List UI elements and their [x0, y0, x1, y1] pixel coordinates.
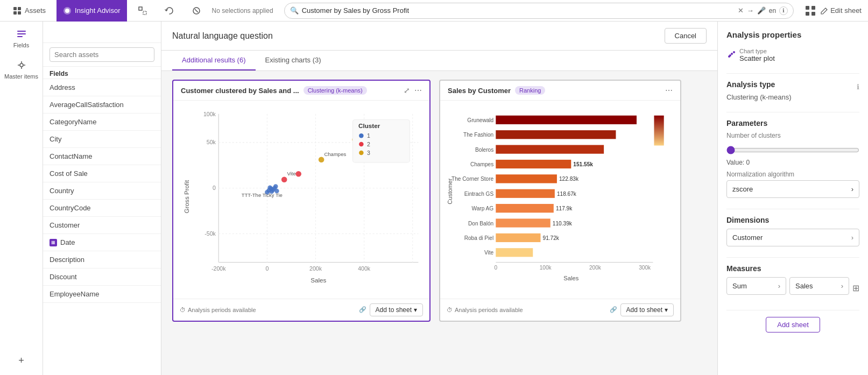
svg-rect-13: [811, 12, 815, 16]
svg-rect-2: [13, 11, 17, 15]
assets-tab[interactable]: Assets: [6, 0, 52, 22]
search-bar-area: 🔍 ✕ → 🎤 en ℹ: [284, 3, 794, 19]
svg-rect-3: [18, 11, 21, 15]
info-icon[interactable]: ℹ: [779, 6, 788, 15]
svg-rect-11: [811, 6, 815, 10]
svg-rect-10: [806, 6, 809, 10]
top-nav-right: Edit sheet: [805, 5, 862, 17]
mic-icon[interactable]: 🎤: [757, 6, 766, 15]
insight-advisor-tab[interactable]: Insight Advisor: [57, 0, 127, 22]
clear-icon-btn[interactable]: [185, 0, 208, 22]
clear-search-icon[interactable]: ✕: [738, 6, 744, 15]
arrow-icon[interactable]: →: [747, 6, 754, 15]
edit-icon: [821, 7, 828, 15]
search-input[interactable]: [302, 6, 735, 15]
clear-icon: [192, 6, 201, 16]
svg-rect-12: [806, 12, 809, 16]
no-selections: No selections applied: [212, 7, 273, 15]
svg-rect-0: [13, 7, 17, 10]
top-nav: Assets Insight Advisor No selections app…: [0, 0, 868, 22]
insight-advisor-label: Insight Advisor: [75, 6, 121, 15]
lang-selector[interactable]: en: [769, 7, 776, 15]
insight-icon: [63, 6, 72, 15]
select-icon: [138, 6, 147, 16]
search-icon: 🔍: [290, 6, 299, 15]
assets-icon: [13, 6, 22, 15]
select-icon-btn[interactable]: [131, 0, 154, 22]
edit-sheet-button[interactable]: Edit sheet: [821, 6, 862, 15]
grid-icon[interactable]: [805, 5, 816, 17]
svg-rect-7: [143, 11, 146, 15]
svg-line-9: [195, 9, 198, 12]
cycle-icon-btn[interactable]: [158, 0, 181, 22]
assets-label: Assets: [25, 6, 46, 15]
cycle-icon: [165, 6, 174, 16]
svg-point-5: [65, 9, 69, 13]
svg-rect-6: [139, 7, 142, 10]
svg-rect-1: [18, 7, 21, 10]
